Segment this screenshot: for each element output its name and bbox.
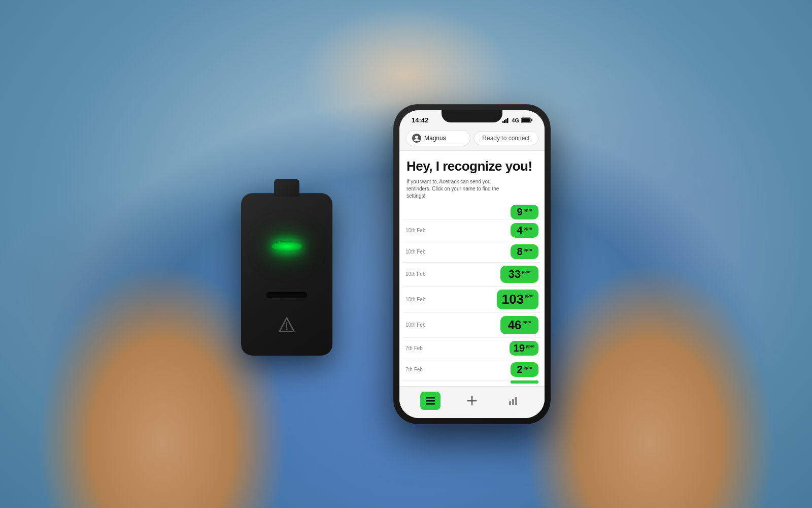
table-row[interactable]: 10th Feb 8 ppm — [403, 241, 540, 263]
user-avatar-icon — [412, 134, 421, 143]
chart-icon — [509, 396, 519, 406]
svg-rect-12 — [426, 400, 435, 402]
reading-value-3: 33 — [509, 268, 521, 281]
table-row[interactable]: 7th Feb 19 ppm — [403, 338, 540, 359]
nav-list-button[interactable] — [420, 392, 441, 410]
svg-rect-9 — [531, 119, 532, 121]
acetrack-logo-icon — [278, 316, 296, 334]
reading-value-4: 103 — [502, 292, 524, 307]
reading-badge-6: 19 ppm — [510, 341, 538, 356]
bottom-nav — [399, 386, 545, 418]
reading-badge-bottom — [511, 380, 538, 384]
list-icon — [425, 396, 435, 406]
reading-unit-2: ppm — [524, 247, 532, 252]
device-logo — [277, 315, 297, 335]
greeting-title: Hey, I recognize you! — [407, 159, 537, 174]
reading-row-bottom-partial — [403, 380, 540, 386]
reading-badge-7: 2 ppm — [511, 362, 538, 377]
status-time: 14:42 — [412, 116, 428, 124]
reading-unit-4: ppm — [525, 293, 533, 298]
user-button[interactable]: Magnus — [405, 130, 470, 146]
reading-value-6: 19 — [514, 342, 525, 354]
reading-badge-3: 33 ppm — [500, 266, 538, 283]
reading-badge-partial: 9 ppm — [511, 205, 538, 219]
acetrack-device — [241, 193, 332, 356]
connect-button[interactable]: Ready to connect — [473, 131, 538, 145]
reading-value-0: 9 — [517, 206, 522, 218]
reading-date-7: 7th Feb — [405, 367, 423, 372]
phone-notch — [442, 110, 502, 122]
device-slot — [266, 292, 307, 298]
battery-icon — [521, 117, 532, 123]
reading-value-5: 46 — [508, 318, 522, 332]
table-row[interactable]: 7th Feb 2 ppm — [403, 359, 540, 380]
table-row[interactable]: 10th Feb 103 ppm — [403, 287, 540, 313]
readings-list: 9 ppm 10th Feb 4 ppm — [399, 205, 545, 386]
table-row[interactable]: 10th Feb 33 ppm — [403, 263, 540, 287]
app-content: Hey, I recognize you! If you want to, Ac… — [399, 151, 545, 418]
nav-add-button[interactable] — [462, 392, 482, 410]
greeting-subtitle: If you want to, Acetrack can send you re… — [407, 178, 508, 200]
svg-rect-13 — [426, 403, 435, 405]
svg-rect-4 — [504, 120, 505, 123]
device-led-green — [272, 241, 302, 251]
reading-unit-5: ppm — [522, 320, 531, 324]
reading-row-partial: 9 ppm — [403, 205, 540, 220]
plus-icon — [467, 396, 477, 406]
status-icons: 4G — [502, 117, 532, 123]
reading-date-4: 10th Feb — [405, 297, 425, 302]
svg-rect-16 — [509, 401, 511, 405]
reading-unit-3: ppm — [522, 269, 530, 274]
reading-date-6: 7th Feb — [405, 345, 423, 351]
svg-rect-8 — [522, 118, 530, 122]
reading-value-7: 2 — [517, 364, 522, 375]
phone-screen: 14:42 4G — [399, 110, 545, 418]
table-row[interactable]: 10th Feb 4 ppm — [403, 220, 540, 241]
reading-unit-0: ppm — [524, 208, 532, 212]
phone-wrapper: 14:42 4G — [393, 104, 551, 424]
reading-unit-6: ppm — [526, 344, 534, 348]
reading-value-2: 8 — [517, 246, 522, 258]
reading-value-1: 4 — [517, 225, 522, 236]
reading-badge-4: 103 ppm — [497, 290, 538, 309]
connect-label: Ready to connect — [482, 135, 529, 142]
signal-icon — [502, 117, 510, 123]
phone-outer-case: 14:42 4G — [393, 104, 551, 424]
svg-point-10 — [415, 136, 418, 139]
app-header: Magnus Ready to connect — [399, 126, 545, 151]
person-icon — [414, 135, 420, 141]
main-scene: 14:42 4G — [0, 0, 812, 508]
greeting-section: Hey, I recognize you! If you want to, Ac… — [399, 151, 545, 205]
reading-unit-7: ppm — [524, 365, 532, 370]
svg-rect-3 — [502, 121, 504, 123]
device-wrapper — [241, 193, 332, 356]
user-name-label: Magnus — [424, 135, 446, 142]
svg-rect-11 — [426, 397, 435, 399]
reading-unit-1: ppm — [524, 226, 532, 231]
table-row[interactable]: 10th Feb 46 ppm — [403, 313, 540, 338]
reading-date-1: 10th Feb — [405, 228, 425, 233]
reading-badge-2: 8 ppm — [511, 244, 538, 259]
reading-badge-5: 46 ppm — [500, 316, 538, 334]
reading-date-2: 10th Feb — [405, 249, 425, 255]
svg-rect-17 — [512, 399, 514, 405]
reading-date-3: 10th Feb — [405, 271, 425, 277]
device-clip — [274, 179, 299, 197]
svg-rect-18 — [515, 397, 517, 405]
svg-rect-5 — [505, 119, 507, 123]
reading-date-5: 10th Feb — [405, 322, 425, 328]
svg-point-2 — [286, 328, 288, 330]
svg-rect-6 — [507, 118, 509, 123]
network-label: 4G — [512, 117, 519, 123]
reading-badge-1: 4 ppm — [511, 223, 538, 238]
nav-chart-button[interactable] — [503, 392, 524, 410]
